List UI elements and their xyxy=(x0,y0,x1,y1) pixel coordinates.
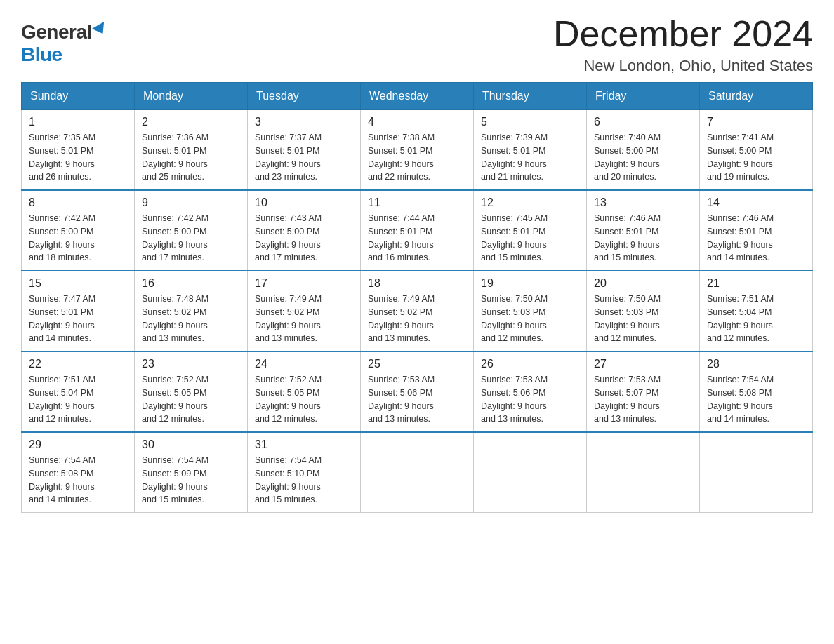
calendar-cell: 5 Sunrise: 7:39 AM Sunset: 5:01 PM Dayli… xyxy=(474,110,587,191)
day-number: 24 xyxy=(255,358,353,370)
calendar-cell: 28 Sunrise: 7:54 AM Sunset: 5:08 PM Dayl… xyxy=(700,351,813,432)
calendar-cell: 8 Sunrise: 7:42 AM Sunset: 5:00 PM Dayli… xyxy=(22,190,135,271)
calendar-cell: 25 Sunrise: 7:53 AM Sunset: 5:06 PM Dayl… xyxy=(361,351,474,432)
calendar-cell: 17 Sunrise: 7:49 AM Sunset: 5:02 PM Dayl… xyxy=(248,271,361,351)
day-info: Sunrise: 7:37 AM Sunset: 5:01 PM Dayligh… xyxy=(255,131,353,184)
day-info: Sunrise: 7:54 AM Sunset: 5:10 PM Dayligh… xyxy=(255,454,353,507)
calendar-cell xyxy=(587,432,700,513)
day-number: 1 xyxy=(29,116,127,128)
day-info: Sunrise: 7:41 AM Sunset: 5:00 PM Dayligh… xyxy=(707,131,805,184)
calendar-cell xyxy=(700,432,813,513)
calendar-cell: 7 Sunrise: 7:41 AM Sunset: 5:00 PM Dayli… xyxy=(700,110,813,191)
day-info: Sunrise: 7:38 AM Sunset: 5:01 PM Dayligh… xyxy=(368,131,466,184)
day-info: Sunrise: 7:48 AM Sunset: 5:02 PM Dayligh… xyxy=(142,293,240,345)
day-number: 23 xyxy=(142,358,240,370)
day-number: 27 xyxy=(594,358,692,370)
calendar-cell: 3 Sunrise: 7:37 AM Sunset: 5:01 PM Dayli… xyxy=(248,110,361,191)
calendar-cell: 6 Sunrise: 7:40 AM Sunset: 5:00 PM Dayli… xyxy=(587,110,700,191)
day-number: 7 xyxy=(707,116,805,128)
header-day-saturday: Saturday xyxy=(700,83,813,110)
day-info: Sunrise: 7:49 AM Sunset: 5:02 PM Dayligh… xyxy=(368,293,466,345)
day-number: 13 xyxy=(594,196,692,209)
day-info: Sunrise: 7:53 AM Sunset: 5:06 PM Dayligh… xyxy=(368,373,466,426)
day-number: 31 xyxy=(255,438,353,451)
day-info: Sunrise: 7:52 AM Sunset: 5:05 PM Dayligh… xyxy=(142,373,240,426)
day-number: 19 xyxy=(481,277,579,290)
calendar-cell: 24 Sunrise: 7:52 AM Sunset: 5:05 PM Dayl… xyxy=(248,351,361,432)
calendar-header-row: SundayMondayTuesdayWednesdayThursdayFrid… xyxy=(22,83,813,110)
header-day-tuesday: Tuesday xyxy=(248,83,361,110)
day-info: Sunrise: 7:46 AM Sunset: 5:01 PM Dayligh… xyxy=(594,212,692,264)
location-label: New London, Ohio, United States xyxy=(553,57,813,75)
calendar-cell: 4 Sunrise: 7:38 AM Sunset: 5:01 PM Dayli… xyxy=(361,110,474,191)
calendar-cell: 20 Sunrise: 7:50 AM Sunset: 5:03 PM Dayl… xyxy=(587,271,700,351)
header-day-sunday: Sunday xyxy=(22,83,135,110)
header-day-thursday: Thursday xyxy=(474,83,587,110)
day-info: Sunrise: 7:44 AM Sunset: 5:01 PM Dayligh… xyxy=(368,212,466,264)
day-number: 28 xyxy=(707,358,805,370)
day-number: 25 xyxy=(368,358,466,370)
day-info: Sunrise: 7:53 AM Sunset: 5:06 PM Dayligh… xyxy=(481,373,579,426)
calendar-cell: 27 Sunrise: 7:53 AM Sunset: 5:07 PM Dayl… xyxy=(587,351,700,432)
day-number: 8 xyxy=(29,196,127,209)
calendar-cell: 13 Sunrise: 7:46 AM Sunset: 5:01 PM Dayl… xyxy=(587,190,700,271)
day-info: Sunrise: 7:45 AM Sunset: 5:01 PM Dayligh… xyxy=(481,212,579,264)
day-info: Sunrise: 7:40 AM Sunset: 5:00 PM Dayligh… xyxy=(594,131,692,184)
day-number: 5 xyxy=(481,116,579,128)
header: General Blue December 2024 New London, O… xyxy=(21,14,813,75)
day-info: Sunrise: 7:54 AM Sunset: 5:09 PM Dayligh… xyxy=(142,454,240,507)
day-info: Sunrise: 7:49 AM Sunset: 5:02 PM Dayligh… xyxy=(255,293,353,345)
day-info: Sunrise: 7:42 AM Sunset: 5:00 PM Dayligh… xyxy=(29,212,127,264)
calendar-cell: 18 Sunrise: 7:49 AM Sunset: 5:02 PM Dayl… xyxy=(361,271,474,351)
calendar-cell: 11 Sunrise: 7:44 AM Sunset: 5:01 PM Dayl… xyxy=(361,190,474,271)
day-number: 11 xyxy=(368,196,466,209)
day-number: 16 xyxy=(142,277,240,290)
day-number: 17 xyxy=(255,277,353,290)
day-number: 20 xyxy=(594,277,692,290)
day-number: 21 xyxy=(707,277,805,290)
logo-blue-text: Blue xyxy=(21,43,62,66)
day-info: Sunrise: 7:53 AM Sunset: 5:07 PM Dayligh… xyxy=(594,373,692,426)
calendar-cell: 19 Sunrise: 7:50 AM Sunset: 5:03 PM Dayl… xyxy=(474,271,587,351)
calendar-cell: 29 Sunrise: 7:54 AM Sunset: 5:08 PM Dayl… xyxy=(22,432,135,513)
calendar-cell: 1 Sunrise: 7:35 AM Sunset: 5:01 PM Dayli… xyxy=(22,110,135,191)
calendar-cell: 31 Sunrise: 7:54 AM Sunset: 5:10 PM Dayl… xyxy=(248,432,361,513)
day-number: 22 xyxy=(29,358,127,370)
day-info: Sunrise: 7:36 AM Sunset: 5:01 PM Dayligh… xyxy=(142,131,240,184)
day-info: Sunrise: 7:54 AM Sunset: 5:08 PM Dayligh… xyxy=(707,373,805,426)
calendar-week-row: 15 Sunrise: 7:47 AM Sunset: 5:01 PM Dayl… xyxy=(22,271,813,351)
logo: General Blue xyxy=(21,21,107,66)
day-info: Sunrise: 7:52 AM Sunset: 5:05 PM Dayligh… xyxy=(255,373,353,426)
calendar-cell: 30 Sunrise: 7:54 AM Sunset: 5:09 PM Dayl… xyxy=(135,432,248,513)
calendar-cell xyxy=(361,432,474,513)
logo-general-text: General xyxy=(21,21,92,43)
day-info: Sunrise: 7:39 AM Sunset: 5:01 PM Dayligh… xyxy=(481,131,579,184)
logo-arrow-icon xyxy=(92,22,109,37)
calendar-cell xyxy=(474,432,587,513)
title-area: December 2024 New London, Ohio, United S… xyxy=(553,14,813,75)
day-number: 4 xyxy=(368,116,466,128)
calendar-cell: 9 Sunrise: 7:42 AM Sunset: 5:00 PM Dayli… xyxy=(135,190,248,271)
header-day-friday: Friday xyxy=(587,83,700,110)
calendar-cell: 12 Sunrise: 7:45 AM Sunset: 5:01 PM Dayl… xyxy=(474,190,587,271)
header-day-wednesday: Wednesday xyxy=(361,83,474,110)
day-info: Sunrise: 7:35 AM Sunset: 5:01 PM Dayligh… xyxy=(29,131,127,184)
day-number: 14 xyxy=(707,196,805,209)
day-number: 15 xyxy=(29,277,127,290)
day-number: 30 xyxy=(142,438,240,451)
day-number: 29 xyxy=(29,438,127,451)
day-number: 12 xyxy=(481,196,579,209)
calendar-cell: 16 Sunrise: 7:48 AM Sunset: 5:02 PM Dayl… xyxy=(135,271,248,351)
calendar-cell: 10 Sunrise: 7:43 AM Sunset: 5:00 PM Dayl… xyxy=(248,190,361,271)
calendar-week-row: 8 Sunrise: 7:42 AM Sunset: 5:00 PM Dayli… xyxy=(22,190,813,271)
day-number: 3 xyxy=(255,116,353,128)
day-number: 18 xyxy=(368,277,466,290)
day-info: Sunrise: 7:46 AM Sunset: 5:01 PM Dayligh… xyxy=(707,212,805,264)
day-info: Sunrise: 7:51 AM Sunset: 5:04 PM Dayligh… xyxy=(707,293,805,345)
calendar-cell: 23 Sunrise: 7:52 AM Sunset: 5:05 PM Dayl… xyxy=(135,351,248,432)
header-day-monday: Monday xyxy=(135,83,248,110)
day-info: Sunrise: 7:42 AM Sunset: 5:00 PM Dayligh… xyxy=(142,212,240,264)
day-info: Sunrise: 7:50 AM Sunset: 5:03 PM Dayligh… xyxy=(481,293,579,345)
day-info: Sunrise: 7:54 AM Sunset: 5:08 PM Dayligh… xyxy=(29,454,127,507)
calendar-cell: 26 Sunrise: 7:53 AM Sunset: 5:06 PM Dayl… xyxy=(474,351,587,432)
